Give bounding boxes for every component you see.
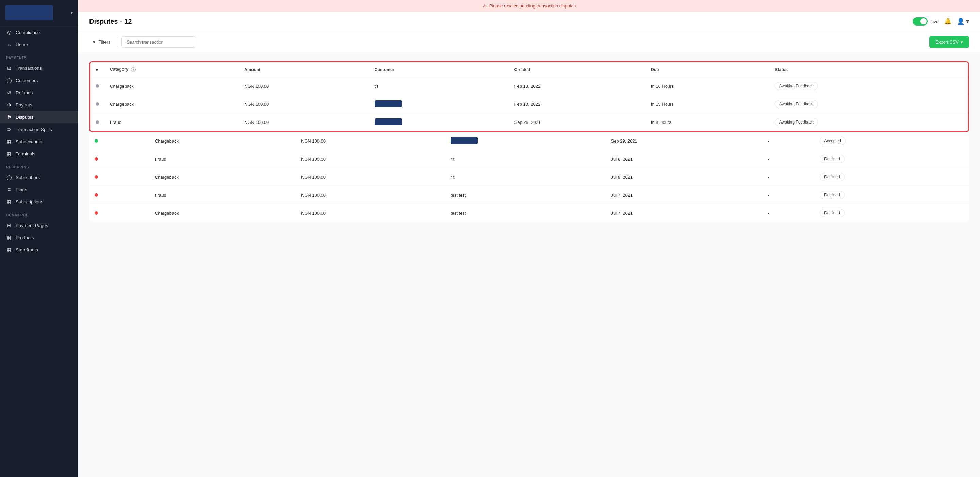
amount-cell: NGN 100.00 [296, 204, 445, 222]
storefronts-icon: ▦ [6, 247, 12, 253]
export-csv-button[interactable]: Export CSV ▾ [929, 36, 969, 48]
subscriptions-icon: ▦ [6, 199, 12, 205]
created-cell: Jul 8, 2021 [605, 168, 762, 186]
content-area: ● Category ? Amount Customer Created Due… [78, 53, 980, 477]
page-title: Disputes - 12 [89, 18, 132, 25]
subscribers-icon: ◯ [6, 175, 12, 180]
sidebar-logo-area[interactable]: ▾ [0, 0, 78, 26]
due-cell: In 15 Hours [646, 95, 769, 113]
highlighted-disputes-section: ● Category ? Amount Customer Created Due… [89, 61, 969, 132]
category-cell: Fraud [105, 113, 239, 131]
home-icon: ⌂ [6, 42, 12, 47]
category-cell: Fraud [150, 186, 296, 204]
sidebar-item-subaccounts[interactable]: ▦ Subaccounts [0, 135, 78, 148]
sidebar-item-subscriptions[interactable]: ▦ Subscriptions [0, 196, 78, 208]
status-cell: Declined [814, 168, 969, 186]
sidebar-item-label: Customers [16, 78, 38, 83]
products-icon: ▦ [6, 235, 12, 240]
live-toggle[interactable] [913, 17, 928, 25]
main-content: ⚠ Please resolve pending transaction dis… [78, 0, 980, 477]
customer-cell: test test [445, 186, 606, 204]
payouts-icon: ⊕ [6, 102, 12, 108]
refunds-icon: ↺ [6, 90, 12, 95]
amount-cell: NGN 100.00 [296, 186, 445, 204]
category-cell: Chargeback [150, 132, 296, 150]
status-cell: Accepted [814, 132, 969, 150]
sidebar-item-disputes[interactable]: ⚑ Disputes [0, 111, 78, 123]
divider [117, 37, 118, 47]
due-cell: In 16 Hours [646, 77, 769, 95]
disputes-table-normal: Chargeback NGN 100.00 Sep 29, 2021 - Acc… [89, 132, 969, 222]
sidebar-item-refunds[interactable]: ↺ Refunds [0, 86, 78, 99]
sidebar-item-label: Subaccounts [16, 139, 42, 144]
sidebar-item-products[interactable]: ▦ Products [0, 231, 78, 243]
filter-button[interactable]: ▼ Filters [89, 37, 113, 47]
customer-cell [369, 113, 509, 131]
bell-icon[interactable]: 🔔 [944, 18, 951, 25]
sidebar-item-transactions[interactable]: ⊟ Transactions [0, 62, 78, 74]
sidebar-item-label: Compliance [16, 30, 40, 35]
dot-cell [89, 132, 150, 150]
sidebar-item-label: Payment Pages [16, 223, 48, 228]
toolbar-left: ▼ Filters [89, 37, 196, 48]
dot-cell [89, 168, 150, 186]
section-label-payments: PAYMENTS [0, 51, 78, 62]
transactions-icon: ⊟ [6, 65, 12, 71]
page-header: Disputes - 12 Live 🔔 👤 ▾ [78, 12, 980, 31]
status-cell: Declined [814, 204, 969, 222]
table-row[interactable]: Chargeback NGN 100.00 r t Jul 8, 2021 - … [89, 168, 969, 186]
sidebar-item-transaction-splits[interactable]: ⊃ Transaction Splits [0, 123, 78, 135]
plans-icon: ≡ [6, 187, 12, 192]
table-row[interactable]: Fraud NGN 100.00 test test Jul 7, 2021 -… [89, 186, 969, 204]
table-row[interactable]: Chargeback NGN 100.00 t t Feb 10, 2022 I… [90, 77, 968, 95]
due-cell: In 8 Hours [646, 113, 769, 131]
sidebar-item-payment-pages[interactable]: ⊟ Payment Pages [0, 219, 78, 231]
live-toggle-area[interactable]: Live [913, 17, 939, 25]
category-help-icon[interactable]: ? [131, 67, 136, 72]
customer-cell: t t [369, 77, 509, 95]
payment-pages-icon: ⊟ [6, 223, 12, 228]
status-cell: Awaiting Feedback [769, 77, 968, 95]
sidebar-item-label: Plans [16, 187, 27, 192]
table-row[interactable]: Fraud NGN 100.00 Sep 29, 2021 In 8 Hours… [90, 113, 968, 131]
customer-cell: test test [445, 204, 606, 222]
sidebar-item-label: Storefronts [16, 247, 38, 253]
section-label-recurring: RECURRING [0, 160, 78, 171]
table-header-row: ● Category ? Amount Customer Created Due… [90, 62, 968, 77]
alert-icon: ⚠ [482, 3, 487, 8]
sidebar-item-plans[interactable]: ≡ Plans [0, 183, 78, 196]
table-row[interactable]: Fraud NGN 100.00 r t Jul 8, 2021 - Decli… [89, 150, 969, 168]
live-label: Live [930, 19, 939, 24]
customer-cell: r t [445, 168, 606, 186]
sidebar-item-payouts[interactable]: ⊕ Payouts [0, 99, 78, 111]
customer-cell [445, 132, 606, 150]
sidebar-item-storefronts[interactable]: ▦ Storefronts [0, 243, 78, 256]
amount-cell: NGN 100.00 [239, 95, 369, 113]
created-cell: Jul 7, 2021 [605, 204, 762, 222]
user-icon[interactable]: 👤 ▾ [957, 18, 969, 25]
table-row[interactable]: Chargeback NGN 100.00 Sep 29, 2021 - Acc… [89, 132, 969, 150]
dot-cell [90, 95, 105, 113]
sidebar-item-subscribers[interactable]: ◯ Subscribers [0, 171, 78, 183]
col-created: Created [509, 62, 646, 77]
alert-bar: ⚠ Please resolve pending transaction dis… [78, 0, 980, 12]
sidebar-item-terminals[interactable]: ▦ Terminals [0, 148, 78, 160]
disputes-icon: ⚑ [6, 114, 12, 120]
category-cell: Chargeback [150, 204, 296, 222]
table-row[interactable]: Chargeback NGN 100.00 test test Jul 7, 2… [89, 204, 969, 222]
sidebar-item-home[interactable]: ⌂ Home [0, 38, 78, 51]
status-cell: Declined [814, 186, 969, 204]
col-customer: Customer [369, 62, 509, 77]
chevron-down-icon: ▾ [71, 11, 73, 15]
due-cell: - [762, 186, 814, 204]
sidebar-item-label: Refunds [16, 90, 33, 95]
amount-cell: NGN 100.00 [239, 113, 369, 131]
search-input[interactable] [121, 37, 196, 48]
table-row[interactable]: Chargeback NGN 100.00 Feb 10, 2022 In 15… [90, 95, 968, 113]
sidebar-item-customers[interactable]: ◯ Customers [0, 74, 78, 86]
sidebar-item-compliance[interactable]: ◎ Compliance [0, 26, 78, 38]
created-cell: Feb 10, 2022 [509, 95, 646, 113]
created-cell: Jul 7, 2021 [605, 186, 762, 204]
sidebar-item-label: Disputes [16, 114, 34, 120]
sidebar-item-label: Transactions [16, 66, 42, 71]
